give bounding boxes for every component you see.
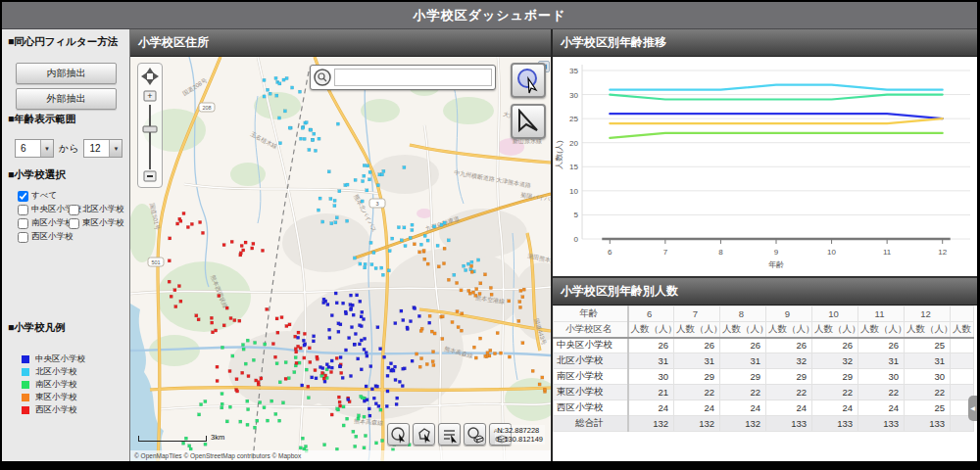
school-checkbox[interactable] [69,205,79,215]
series-北区小学校 [610,85,942,90]
circle-tool-icon [518,70,536,87]
filter-section-label: ■同心円フィルター方法 [8,35,118,49]
table-header-cell: 年齢 [554,306,628,322]
series-東区小学校 [610,133,942,138]
legend-item: 南区小学校 [22,378,85,391]
legend-label: 中央区小学校 [35,353,85,365]
school-option-北区小学校[interactable]: 北区小学校 [69,204,124,215]
map-attribution: © OpenMapTiles © OpenStreetMap contribut… [130,450,551,461]
series-西区小学校 [610,118,942,123]
legend-label: 南区小学校 [35,379,77,391]
population-cell: 25 [905,338,951,353]
select-arrow-tool-button[interactable] [511,104,546,139]
school-option-東区小学校[interactable]: 東区小学校 [69,217,124,229]
inner-extract-button[interactable]: 内部抽出 [16,63,117,84]
chevron-down-icon[interactable]: ▼ [109,140,122,157]
map-search-input[interactable] [334,69,492,86]
lines-select-icon [444,431,455,439]
population-cell: 133 [905,416,951,432]
table-header-cell: 12 [905,306,951,322]
school-checkbox[interactable] [18,191,28,202]
population-cell: 31 [905,353,951,369]
svg-text:0: 0 [574,235,579,244]
school-option-label: 東区小学校 [82,217,124,229]
search-icon[interactable] [314,69,331,86]
freehand-select-button[interactable] [438,423,461,446]
scalebar-line [138,436,207,442]
svg-text:25: 25 [569,115,578,123]
legend-section-label: ■小学校凡例 [8,321,66,335]
map-viewport[interactable]: 3208501 国道208号玉名植木線国道501号熊本西環状線大津植木線中九州横… [130,57,551,461]
cursor-icon [451,435,457,444]
school-name-cell: 東区小学校 [554,385,628,400]
map-zoom-control[interactable]: + [137,63,163,188]
clear-selection-button[interactable] [464,423,486,446]
age-from-select[interactable]: 6 ▼ [15,139,54,158]
table-panel-title: 小学校区別年齢別人数 [561,283,678,300]
table-scroll-tab[interactable]: ◀ [968,396,977,421]
svg-text:208: 208 [202,105,211,111]
app-title: 小学校区ダッシュボード [414,7,566,24]
age-to-select[interactable]: 12 ▼ [83,139,122,158]
concentric-circle-tool-button[interactable] [511,63,546,98]
population-cell: 21 [628,385,674,400]
school-option-西区小学校[interactable]: 西区小学校 [18,231,74,243]
population-cell: 26 [720,338,766,353]
svg-text:11: 11 [883,248,892,257]
filter-sidebar: ■同心円フィルター方法 内部抽出 外部抽出 ■年齢表示範囲 6 ▼ から 12 … [2,29,130,461]
population-cell: 31 [674,353,720,369]
svg-text:+: + [147,91,152,101]
series-中央区小学校 [610,114,942,118]
age-population-table: 年齢6789101112小学校区名人数（人）人数（人）人数（人）人数（人）人数（… [553,306,974,432]
population-cell: 32 [812,353,858,369]
map-canvas[interactable]: 3208501 国道208号玉名植木線国道501号熊本西環状線大津植木線中九州横… [130,57,551,461]
population-cell: 25 [905,400,951,416]
school-checkbox[interactable] [18,205,28,215]
population-cell: 24 [858,400,905,416]
population-cell: 26 [628,338,674,353]
table-header-cell: 6 [628,306,674,322]
age-from-value: 6 [16,140,40,157]
population-cell: 26 [766,338,812,353]
school-option-すべて[interactable]: すべて [18,190,57,202]
dashboard-app: 小学校区ダッシュボード ■同心円フィルター方法 内部抽出 外部抽出 ■年齢表示範… [0,0,980,470]
school-name-cell: 北区小学校 [554,353,628,369]
circle-select-button[interactable] [387,423,410,446]
population-cell: 31 [858,353,905,369]
table-row: 西区小学校24242424242425 [554,400,974,416]
outer-extract-button[interactable]: 外部抽出 [16,88,117,110]
age-trend-chart: 678910111205101520253035年齢人数(人) [553,57,977,276]
population-cell: 31 [628,353,674,369]
population-cell: 29 [766,369,812,385]
population-cell: 26 [858,338,905,353]
chart-ylabel: 人数(人) [555,140,564,170]
population-cell: 22 [812,385,858,400]
population-cell: 24 [674,400,720,416]
table-header-cell: 人数（人） [766,322,812,338]
school-checkbox[interactable] [69,218,79,229]
legend-item: 西区小学校 [22,403,85,416]
population-cell: 133 [812,416,858,432]
map-selection-toolbar: ALL [387,423,512,446]
map-scalebar: 3km [138,433,224,442]
chevron-down-icon[interactable]: ▼ [40,140,53,157]
school-name-cell: 西区小学校 [554,400,628,416]
legend-color-swatch [22,406,29,414]
scalebar-label: 3km [211,433,224,442]
polygon-select-button[interactable] [413,423,435,446]
population-cell: 29 [812,369,858,385]
school-checkbox[interactable] [18,232,28,243]
legend-color-swatch [22,381,29,389]
legend-color-swatch [22,355,29,363]
school-checkbox[interactable] [18,218,28,229]
population-cell: 132 [674,416,720,432]
legend-label: 東区小学校 [35,392,77,403]
population-cell: 133 [858,416,905,432]
population-cell: 29 [674,369,720,385]
chart-panel-header: 小学校区別年齢推移 [553,29,977,57]
partial-cell [951,338,974,353]
age-range-connector: から [59,142,78,156]
coord-lat: N:32.887228 [497,426,543,435]
table-row: 総合計132132132133133133133 [554,416,974,432]
school-option-南区小学校[interactable]: 南区小学校 [18,217,74,229]
